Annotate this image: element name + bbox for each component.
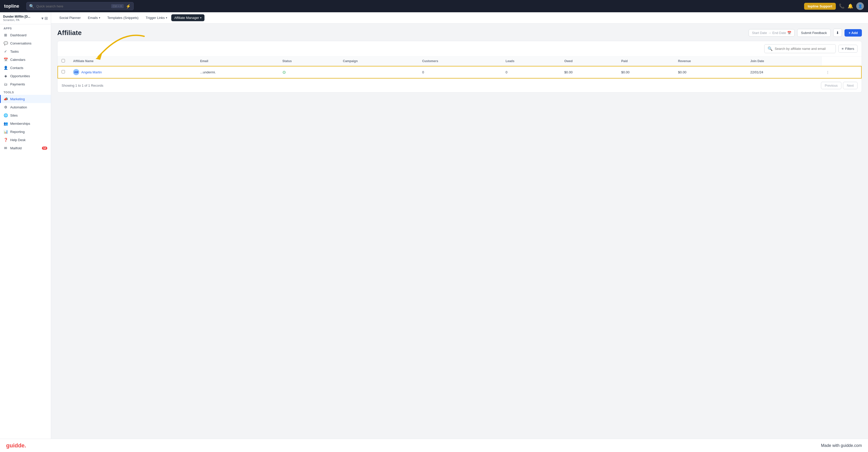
workspace-dropdown-icon[interactable]: ▾ ⊞ — [41, 16, 48, 21]
automation-icon: ⚙ — [4, 105, 8, 109]
guidde-tagline: Made with guidde.com — [821, 443, 862, 448]
sidebar-item-conversations[interactable]: 💬 Conversations — [0, 39, 51, 47]
end-date-label: End Date — [772, 31, 786, 35]
affiliate-search[interactable]: 🔍 — [764, 44, 836, 53]
search-icon: 🔍 — [29, 4, 34, 9]
page-header: Affiliate Start Date → End Date 📅 Submit… — [57, 29, 862, 37]
add-button[interactable]: + Add — [844, 29, 862, 36]
sidebar-item-helpdesk[interactable]: ❓ Help Desk — [0, 136, 51, 144]
sidebar-label-memberships: Memberships — [10, 122, 30, 125]
sidebar-label-payments: Payments — [10, 82, 25, 86]
affiliate-name-link[interactable]: AM Angela Martin — [73, 69, 192, 75]
tasks-icon: ✓ — [4, 49, 8, 54]
tools-section-label: Tools — [0, 88, 51, 95]
phone-icon[interactable]: 📞 — [839, 3, 844, 9]
helpdesk-icon: ❓ — [4, 138, 8, 142]
mailfold-icon: ✉ — [4, 146, 8, 150]
main-content: Affiliate Start Date → End Date 📅 Submit… — [51, 24, 868, 452]
download-button[interactable]: ⬇ — [833, 29, 842, 37]
row-actions-cell: ⋮ — [822, 66, 862, 79]
affiliates-table: Affiliate Name Email Status Campaign — [58, 57, 862, 79]
row-status-cell: ⊙ — [278, 66, 339, 79]
top-nav: topline 🔍 Ctrl + K ⚡ topline Support 📞 🔔… — [0, 0, 868, 12]
row-email-cell: ...undermi. — [196, 66, 278, 79]
sidebar-item-contacts[interactable]: 👤 Contacts — [0, 64, 51, 72]
next-button[interactable]: Next — [843, 82, 858, 89]
calendar-icon: 📅 — [787, 31, 791, 35]
sidebar-label-opportunities: Opportunities — [10, 74, 30, 78]
sub-nav-emails[interactable]: Emails ▾ — [85, 14, 103, 21]
memberships-icon: 👥 — [4, 121, 8, 125]
table-row[interactable]: AM Angela Martin ...undermi. ⊙ — [58, 66, 862, 79]
start-date-label: Start Date — [752, 31, 767, 35]
records-count: Showing 1 to 1 of 1 Records — [62, 84, 103, 87]
workspace-header: Dunder Mifflin [D... Scranton, PA ▾ ⊞ — [0, 12, 51, 24]
row-checkbox-cell — [58, 66, 69, 79]
sidebar: Dunder Mifflin [D... Scranton, PA ▾ ⊞ Ap… — [0, 12, 51, 452]
header-customers: Customers — [418, 57, 501, 66]
row-join-date-cell: 22/01/24 — [746, 66, 822, 79]
row-affiliate-name-cell: AM Angela Martin — [69, 66, 196, 79]
content-area: Social Planner Emails ▾ Templates (Snipp… — [51, 12, 868, 452]
sub-nav: Social Planner Emails ▾ Templates (Snipp… — [51, 12, 868, 24]
opportunities-icon: ◈ — [4, 74, 8, 78]
sidebar-item-memberships[interactable]: 👥 Memberships — [0, 119, 51, 127]
filter-icon: ≡ — [842, 47, 844, 51]
status-active-icon: ⊙ — [282, 70, 286, 74]
marketing-icon: 📣 — [4, 97, 8, 101]
guidde-logo: guidde. — [6, 442, 26, 449]
row-more-icon[interactable]: ⋮ — [826, 70, 829, 74]
sub-nav-trigger-links[interactable]: Trigger Links ▾ — [143, 14, 170, 21]
header-leads: Leads — [501, 57, 560, 66]
payments-icon: 🗂 — [4, 82, 8, 86]
row-revenue-cell: $0.00 — [674, 66, 746, 79]
sidebar-label-helpdesk: Help Desk — [10, 138, 26, 142]
reporting-icon: 📊 — [4, 130, 8, 134]
select-all-checkbox[interactable] — [62, 59, 65, 62]
row-campaign-cell — [339, 66, 418, 79]
user-avatar[interactable]: 👤 — [856, 2, 864, 10]
sidebar-item-dashboard[interactable]: ⊞ Dashboard — [0, 31, 51, 39]
row-checkbox[interactable] — [62, 70, 65, 73]
sidebar-item-tasks[interactable]: ✓ Tasks — [0, 47, 51, 56]
sidebar-label-reporting: Reporting — [10, 130, 25, 134]
header-actions: Start Date → End Date 📅 Submit Feedback … — [749, 29, 862, 37]
support-button[interactable]: topline Support — [804, 3, 836, 10]
app-logo: topline — [4, 4, 19, 9]
sidebar-item-marketing[interactable]: 📣 Marketing — [0, 95, 51, 103]
previous-button[interactable]: Previous — [821, 82, 842, 89]
sidebar-item-calendars[interactable]: 📅 Calendars — [0, 56, 51, 64]
sidebar-item-reporting[interactable]: 📊 Reporting — [0, 127, 51, 136]
search-bar[interactable]: 🔍 Ctrl + K ⚡ — [26, 2, 134, 10]
date-range[interactable]: Start Date → End Date 📅 — [749, 29, 795, 36]
search-shortcut: Ctrl + K — [111, 4, 124, 8]
filters-button[interactable]: ≡ Filters — [838, 45, 858, 53]
sidebar-label-sites: Sites — [10, 114, 18, 117]
affiliate-search-input[interactable] — [775, 47, 833, 51]
nav-right: topline Support 📞 🔔 👤 — [804, 2, 864, 10]
sidebar-item-sites[interactable]: 🌐 Sites — [0, 111, 51, 119]
bell-icon[interactable]: 🔔 — [847, 3, 853, 9]
header-status: Status — [278, 57, 339, 66]
sidebar-label-tasks: Tasks — [10, 50, 19, 54]
row-customers-cell: 0 — [418, 66, 501, 79]
sub-nav-templates[interactable]: Templates (Snippets) — [104, 14, 142, 21]
sidebar-item-mailfold[interactable]: ✉ Mailfold 12 — [0, 144, 51, 152]
sidebar-label-conversations: Conversations — [10, 41, 31, 45]
header-email: Email — [196, 57, 278, 66]
table-header-row: Affiliate Name Email Status Campaign — [58, 57, 862, 66]
row-owed-cell: $0.00 — [560, 66, 617, 79]
header-paid: Paid — [617, 57, 674, 66]
sidebar-item-payments[interactable]: 🗂 Payments — [0, 80, 51, 88]
sidebar-label-marketing: Marketing — [10, 97, 25, 101]
submit-feedback-button[interactable]: Submit Feedback — [797, 29, 831, 37]
sub-nav-affiliate-manager[interactable]: Affiliate Manager ▾ — [171, 14, 205, 21]
workspace-location: Scranton, PA — [3, 19, 30, 22]
workspace-name: Dunder Mifflin [D... — [3, 15, 30, 19]
search-input[interactable] — [36, 4, 109, 8]
sub-nav-social-planner[interactable]: Social Planner — [56, 14, 84, 21]
calendars-icon: 📅 — [4, 58, 8, 62]
sidebar-item-automation[interactable]: ⚙ Automation — [0, 103, 51, 111]
sidebar-item-opportunities[interactable]: ◈ Opportunities — [0, 72, 51, 80]
affiliate-avatar: AM — [73, 69, 79, 75]
